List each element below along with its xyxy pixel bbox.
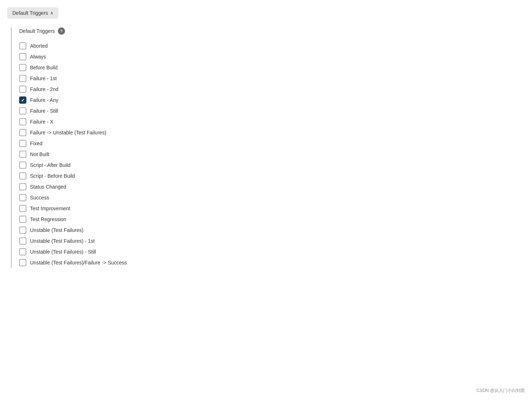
checkbox-label-always: Always <box>30 54 46 60</box>
checkbox-item-fixed[interactable]: Fixed <box>19 138 525 149</box>
checkbox-label-failure-x: Failure - X <box>30 119 53 125</box>
checkbox-failure-1st[interactable] <box>19 75 26 82</box>
checkbox-unstable-test-failures-still[interactable] <box>19 248 26 255</box>
checkbox-item-failure-x[interactable]: Failure - X <box>19 116 525 127</box>
checkbox-label-failure-any: Failure - Any <box>30 97 59 103</box>
checkbox-test-regression[interactable] <box>19 216 26 223</box>
section-header: Default Triggers ? <box>19 27 525 35</box>
checkbox-item-not-built[interactable]: Not Built <box>19 149 525 160</box>
checkbox-script-before-build[interactable] <box>19 172 26 180</box>
checkbox-not-built[interactable] <box>19 151 26 158</box>
checkbox-list: AbortedAlwaysBefore BuildFailure - 1stFa… <box>19 40 525 268</box>
checkbox-item-script-after-build[interactable]: Script - After Build <box>19 160 525 171</box>
checkbox-label-aborted: Aborted <box>30 43 48 49</box>
checkbox-label-unstable-failure-success: Unstable (Test Failures)/Failure -> Succ… <box>30 260 127 266</box>
checkbox-item-failure-still[interactable]: Failure - Still <box>19 105 525 116</box>
checkbox-label-status-changed: Status Changed <box>30 184 66 190</box>
checkbox-label-script-after-build: Script - After Build <box>30 162 70 168</box>
checkbox-unstable-test-failures[interactable] <box>19 227 26 234</box>
checkbox-always[interactable] <box>19 53 26 60</box>
checkbox-label-before-build: Before Build <box>30 65 57 70</box>
checkbox-item-always[interactable]: Always <box>19 51 525 62</box>
checkbox-success[interactable] <box>19 194 26 201</box>
checkbox-label-success: Success <box>30 195 49 200</box>
checkbox-label-failure-1st: Failure - 1st <box>30 76 57 81</box>
checkbox-status-changed[interactable] <box>19 183 26 190</box>
checkbox-item-before-build[interactable]: Before Build <box>19 62 525 73</box>
checkbox-item-failure-any[interactable]: Failure - Any <box>19 95 525 105</box>
checkbox-label-test-improvement: Test Improvement <box>30 206 70 211</box>
checkbox-item-unstable-test-failures-1st[interactable]: Unstable (Test Failures) - 1st <box>19 236 525 246</box>
checkbox-label-test-regression: Test Regression <box>30 216 66 222</box>
checkbox-item-failure-unstable[interactable]: Failure -> Unstable (Test Failures) <box>19 127 525 138</box>
checkbox-unstable-failure-success[interactable] <box>19 259 26 266</box>
checkbox-item-test-regression[interactable]: Test Regression <box>19 214 525 225</box>
checkbox-before-build[interactable] <box>19 64 26 71</box>
checkbox-item-unstable-test-failures[interactable]: Unstable (Test Failures) <box>19 225 525 236</box>
checkbox-failure-still[interactable] <box>19 107 26 115</box>
checkbox-script-after-build[interactable] <box>19 161 26 169</box>
checkbox-label-failure-unstable: Failure -> Unstable (Test Failures) <box>30 130 106 135</box>
checkbox-item-aborted[interactable]: Aborted <box>19 40 525 51</box>
checkbox-item-unstable-test-failures-still[interactable]: Unstable (Test Failures) - Still <box>19 246 525 257</box>
checkbox-item-unstable-failure-success[interactable]: Unstable (Test Failures)/Failure -> Succ… <box>19 257 525 268</box>
help-badge[interactable]: ? <box>58 27 65 35</box>
checkbox-label-script-before-build: Script - Before Build <box>30 173 75 179</box>
checkbox-failure-x[interactable] <box>19 118 26 125</box>
checkbox-failure-unstable[interactable] <box>19 129 26 136</box>
checkbox-item-script-before-build[interactable]: Script - Before Build <box>19 171 525 181</box>
checkbox-item-failure-1st[interactable]: Failure - 1st <box>19 73 525 84</box>
checkbox-label-failure-still: Failure - Still <box>30 108 58 114</box>
checkbox-unstable-test-failures-1st[interactable] <box>19 237 26 245</box>
checkbox-item-success[interactable]: Success <box>19 192 525 203</box>
section-title: Default Triggers <box>19 28 55 34</box>
checkbox-aborted[interactable] <box>19 42 26 49</box>
checkbox-test-improvement[interactable] <box>19 205 26 212</box>
checkbox-label-fixed: Fixed <box>30 141 42 146</box>
default-triggers-button[interactable]: Default Triggers ∧ <box>7 7 59 19</box>
checkbox-item-failure-2nd[interactable]: Failure - 2nd <box>19 84 525 95</box>
checkbox-item-test-improvement[interactable]: Test Improvement <box>19 203 525 214</box>
default-triggers-button-label: Default Triggers <box>12 10 48 16</box>
checkbox-label-failure-2nd: Failure - 2nd <box>30 86 59 92</box>
checkbox-item-status-changed[interactable]: Status Changed <box>19 181 525 192</box>
checkbox-label-not-built: Not Built <box>30 151 49 157</box>
checkbox-failure-2nd[interactable] <box>19 86 26 93</box>
checkbox-fixed[interactable] <box>19 140 26 147</box>
checkbox-label-unstable-test-failures-still: Unstable (Test Failures) - Still <box>30 249 96 255</box>
checkbox-label-unstable-test-failures-1st: Unstable (Test Failures) - 1st <box>30 238 95 244</box>
checkbox-failure-any[interactable] <box>19 96 26 104</box>
checkbox-label-unstable-test-failures: Unstable (Test Failures) <box>30 227 83 233</box>
chevron-up-icon: ∧ <box>50 10 53 16</box>
default-triggers-section: Default Triggers ? AbortedAlwaysBefore B… <box>11 27 525 268</box>
